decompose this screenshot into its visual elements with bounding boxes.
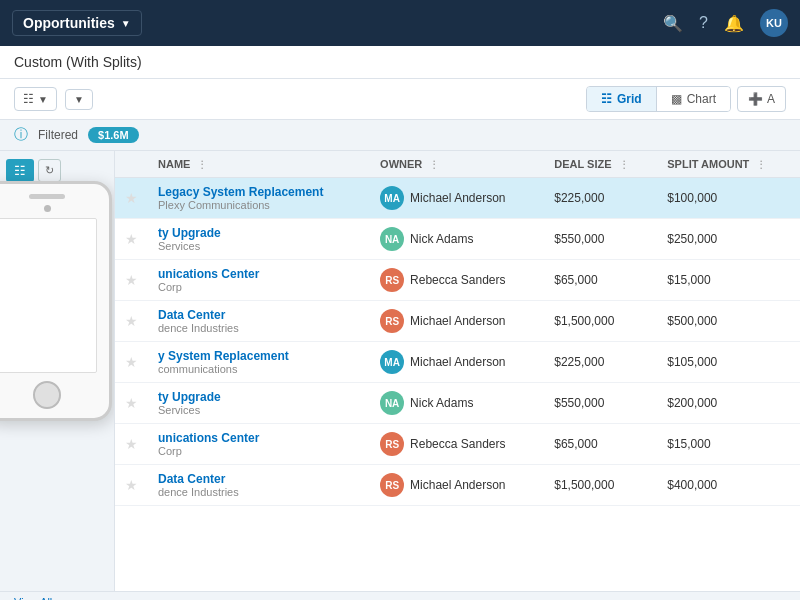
- opportunity-name: Data Center: [158, 308, 360, 322]
- star-icon[interactable]: ★: [125, 190, 138, 206]
- left-sidebar: ☷ ↻ All ▼ a Ande Andrik Andrus Califo: [0, 151, 115, 591]
- owner-avatar: MA: [380, 350, 404, 374]
- star-icon[interactable]: ★: [125, 477, 138, 493]
- plus-icon: ➕: [748, 92, 763, 106]
- star-cell[interactable]: ★: [115, 301, 148, 342]
- owner-name: Michael Anderson: [410, 191, 505, 205]
- name-cell: unications Center Corp: [148, 424, 370, 465]
- owner-cell: RS Rebecca Sanders: [370, 424, 544, 465]
- app-name-label: Opportunities: [23, 15, 115, 31]
- name-cell: ty Upgrade Services: [148, 219, 370, 260]
- table-row[interactable]: ★ Legacy System Replacement Plexy Commun…: [115, 178, 800, 219]
- table-row[interactable]: ★ Data Center dence Industries RS Michae…: [115, 465, 800, 506]
- opportunities-table: NAME ⋮ OWNER ⋮ DEAL SIZE ⋮ SPLIT AMOUNT …: [115, 151, 800, 506]
- sidebar-active-btn[interactable]: ☷: [6, 159, 34, 182]
- phone-speaker: [29, 194, 65, 199]
- nav-left: Opportunities ▼: [12, 10, 142, 36]
- add-button[interactable]: ➕ A: [737, 86, 786, 112]
- star-icon[interactable]: ★: [125, 436, 138, 452]
- star-cell[interactable]: ★: [115, 219, 148, 260]
- owner-cell: RS Rebecca Sanders: [370, 260, 544, 301]
- table-row[interactable]: ★ y System Replacement communications MA…: [115, 342, 800, 383]
- bell-icon[interactable]: 🔔: [724, 14, 744, 33]
- star-icon[interactable]: ★: [125, 313, 138, 329]
- app-name[interactable]: Opportunities ▼: [12, 10, 142, 36]
- owner-avatar: NA: [380, 391, 404, 415]
- add-label: A: [767, 92, 775, 106]
- chart-tab[interactable]: ▩ Chart: [657, 87, 730, 111]
- owner-cell: MA Michael Anderson: [370, 178, 544, 219]
- chevron-down-icon: ▼: [121, 18, 131, 29]
- grid-label: Grid: [617, 92, 642, 106]
- col-owner[interactable]: OWNER ⋮: [370, 151, 544, 178]
- table-row[interactable]: ★ ty Upgrade Services NA Nick Adams $550…: [115, 383, 800, 424]
- owner-container: RS Rebecca Sanders: [380, 432, 534, 456]
- filter-selector[interactable]: ▼: [65, 89, 93, 110]
- deal-size-cell: $550,000: [544, 219, 657, 260]
- owner-cell: MA Michael Anderson: [370, 342, 544, 383]
- star-icon[interactable]: ★: [125, 395, 138, 411]
- split-amount-cell: $500,000: [657, 301, 800, 342]
- phone-screen: [0, 218, 97, 373]
- sub-header: Custom (With Splits): [0, 46, 800, 79]
- company-name: dence Industries: [158, 322, 360, 334]
- view-selector[interactable]: ☷ ▼: [14, 87, 57, 111]
- nav-right: 🔍 ? 🔔 KU: [663, 9, 788, 37]
- grid-tab[interactable]: ☷ Grid: [587, 87, 657, 111]
- view-toggle: ☷ Grid ▩ Chart: [586, 86, 731, 112]
- star-cell[interactable]: ★: [115, 383, 148, 424]
- col-split-amount[interactable]: SPLIT AMOUNT ⋮: [657, 151, 800, 178]
- table-row[interactable]: ★ unications Center Corp RS Rebecca Sand…: [115, 260, 800, 301]
- deal-size-cell: $1,500,000: [544, 301, 657, 342]
- toolbar-left: ☷ ▼ ▼: [14, 87, 93, 111]
- star-icon[interactable]: ★: [125, 231, 138, 247]
- star-cell[interactable]: ★: [115, 465, 148, 506]
- owner-name: Michael Anderson: [410, 314, 505, 328]
- table-row[interactable]: ★ unications Center Corp RS Rebecca Sand…: [115, 424, 800, 465]
- phone-home-button: [33, 381, 61, 409]
- help-icon[interactable]: ?: [699, 14, 708, 32]
- top-nav: Opportunities ▼ 🔍 ? 🔔 KU: [0, 0, 800, 46]
- opportunity-name: ty Upgrade: [158, 226, 360, 240]
- company-name: communications: [158, 363, 360, 375]
- deal-size-cell: $550,000: [544, 383, 657, 424]
- bottom-bar[interactable]: View All: [0, 591, 800, 600]
- company-name: Plexy Communications: [158, 199, 360, 211]
- col-name[interactable]: NAME ⋮: [148, 151, 370, 178]
- star-cell[interactable]: ★: [115, 178, 148, 219]
- grid-icon: ☷: [23, 92, 34, 106]
- owner-name: Rebecca Sanders: [410, 273, 505, 287]
- name-cell: unications Center Corp: [148, 260, 370, 301]
- star-cell[interactable]: ★: [115, 342, 148, 383]
- owner-container: RS Michael Anderson: [380, 473, 534, 497]
- chevron-down-icon: ▼: [38, 94, 48, 105]
- owner-cell: RS Michael Anderson: [370, 301, 544, 342]
- amount-badge[interactable]: $1.6M: [88, 127, 139, 143]
- star-icon[interactable]: ★: [125, 272, 138, 288]
- owner-container: RS Rebecca Sanders: [380, 268, 534, 292]
- deal-size-cell: $225,000: [544, 342, 657, 383]
- toolbar-right: ☷ Grid ▩ Chart ➕ A: [586, 86, 786, 112]
- chevron-down-icon: ▼: [74, 94, 84, 105]
- user-avatar[interactable]: KU: [760, 9, 788, 37]
- chart-icon: ▩: [671, 92, 682, 106]
- owner-cell: RS Michael Anderson: [370, 465, 544, 506]
- table-row[interactable]: ★ Data Center dence Industries RS Michae…: [115, 301, 800, 342]
- star-cell[interactable]: ★: [115, 260, 148, 301]
- star-cell[interactable]: ★: [115, 424, 148, 465]
- star-icon[interactable]: ★: [125, 354, 138, 370]
- split-amount-cell: $250,000: [657, 219, 800, 260]
- filtered-label: Filtered: [38, 128, 78, 142]
- col-deal-size[interactable]: DEAL SIZE ⋮: [544, 151, 657, 178]
- deal-size-cell: $65,000: [544, 424, 657, 465]
- sidebar-refresh-btn[interactable]: ↻: [38, 159, 61, 182]
- search-icon[interactable]: 🔍: [663, 14, 683, 33]
- table-row[interactable]: ★ ty Upgrade Services NA Nick Adams $550…: [115, 219, 800, 260]
- split-amount-cell: $15,000: [657, 260, 800, 301]
- name-cell: Data Center dence Industries: [148, 465, 370, 506]
- split-amount-cell: $15,000: [657, 424, 800, 465]
- owner-name: Rebecca Sanders: [410, 437, 505, 451]
- opportunity-name: Data Center: [158, 472, 360, 486]
- split-amount-cell: $200,000: [657, 383, 800, 424]
- table-header-row: NAME ⋮ OWNER ⋮ DEAL SIZE ⋮ SPLIT AMOUNT …: [115, 151, 800, 178]
